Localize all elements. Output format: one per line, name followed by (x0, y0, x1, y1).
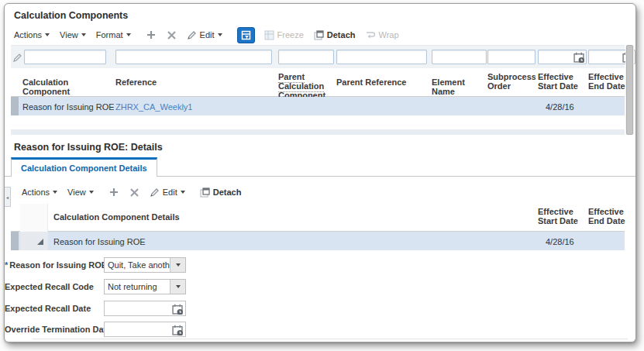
chevron-down-icon (218, 33, 222, 36)
expanded-node-triangle-icon[interactable] (37, 239, 43, 245)
expected-recall-code-label: Expected Recall Code (5, 282, 84, 291)
tab-calculation-component-details[interactable]: Calculation Component Details (11, 157, 157, 177)
filter-input-parent-reference[interactable] (336, 50, 427, 64)
calendar-clock-icon[interactable] (172, 325, 183, 336)
chevron-down-icon (126, 33, 131, 36)
filter-input-subprocessing-order[interactable] (487, 50, 536, 64)
cell-effective-start-date: 4/28/16 (546, 102, 592, 112)
column-header-sortable[interactable]: Reference (115, 77, 270, 87)
add-button[interactable] (108, 187, 119, 198)
expected-recall-date-label: Expected Recall Date (5, 304, 84, 313)
dropdown-button[interactable] (170, 258, 185, 272)
details-table-row-selected[interactable]: Reason for Issuing ROE 4/28/16 (11, 232, 625, 250)
actions-menu[interactable]: Actions (14, 30, 50, 40)
chevron-down-icon (53, 191, 57, 194)
column-header[interactable]: Parent Reference (336, 77, 427, 87)
panel-splitter-handle[interactable]: ◂ (5, 187, 11, 207)
chevron-down-icon (176, 285, 181, 288)
column-header[interactable]: Effective Start Date (538, 207, 587, 225)
add-button[interactable] (146, 29, 157, 40)
horizontal-scrollbar[interactable] (11, 129, 625, 135)
wrap-icon (365, 30, 375, 40)
column-header[interactable]: Effective Start Date (538, 72, 587, 91)
calendar-clock-icon[interactable] (172, 304, 183, 315)
table-header-row: Calculation Component Reference Parent C… (11, 68, 625, 97)
vertical-scrollbar[interactable] (625, 45, 634, 135)
scrollbar-thumb[interactable] (626, 45, 633, 135)
delete-button[interactable] (167, 30, 177, 40)
filter-input-effective-start-date[interactable] (538, 50, 587, 64)
delete-x-icon (129, 188, 139, 198)
expand-column-header (20, 204, 48, 232)
details-tabstrip: Calculation Component Details (5, 157, 635, 177)
add-plus-icon (146, 29, 157, 40)
chevron-down-icon (89, 191, 94, 194)
form-row-reason: *Reason for Issuing ROE Quit, Take anoth… (5, 257, 618, 273)
row-selection-gutter[interactable] (11, 232, 19, 250)
edit-menu[interactable]: Edit (187, 30, 222, 40)
filter-input-element-name[interactable] (432, 50, 487, 64)
table-row-selected[interactable]: Reason for Issuing ROE ZHRX_CA_Weekly1 4… (11, 97, 625, 115)
column-header[interactable]: Calculation Component Details (53, 212, 286, 222)
detach-button[interactable]: Detach (200, 188, 242, 198)
wrap-button: Wrap (365, 30, 398, 40)
dropdown-value: Not returning (105, 280, 170, 294)
cell-detail-name: Reason for Issuing ROE (53, 237, 286, 246)
details-table-header-row: Calculation Component Details Effective … (11, 204, 625, 232)
filter-input-parent-calculation-component[interactable] (278, 50, 334, 64)
override-termination-date-label: Override Termination Date (5, 325, 84, 334)
expected-recall-code-dropdown[interactable]: Not returning (104, 279, 186, 294)
reason-for-issuing-roe-dropdown[interactable]: Quit, Take another job (104, 257, 186, 273)
format-menu[interactable]: Format (96, 30, 131, 40)
required-asterisk: * (5, 260, 8, 270)
detach-button[interactable]: Detach (314, 30, 356, 40)
filter-pencil-icon (13, 53, 22, 62)
dropdown-value: Quit, Take another job (105, 258, 170, 272)
edit-pencil-icon (150, 188, 160, 198)
table-filter-row (11, 45, 625, 68)
details-toolbar: Actions View Edit Detach (22, 184, 251, 201)
view-menu[interactable]: View (67, 188, 94, 197)
filter-input-reference[interactable] (115, 50, 272, 64)
details-section-title: Reason for Issuing ROE: Details (14, 142, 163, 153)
column-header-sortable[interactable]: Parent Calculation Component (278, 72, 336, 100)
reason-for-issuing-roe-label: *Reason for Issuing ROE (5, 260, 84, 270)
query-by-example-icon (241, 30, 251, 40)
collapse-arrow-icon: ◂ (6, 194, 9, 200)
dropdown-button[interactable] (170, 280, 185, 294)
expected-recall-date-field[interactable] (104, 301, 186, 316)
detach-icon (200, 188, 210, 198)
application-window: Calculation Components Actions View Form… (4, 3, 636, 342)
form-row-recall-code: Expected Recall Code Not returning (5, 279, 618, 294)
edit-menu[interactable]: Edit (150, 188, 185, 198)
cell-effective-start-date: 4/28/16 (546, 237, 592, 246)
add-plus-icon (108, 187, 119, 198)
column-header[interactable]: Subprocessing Order (487, 72, 536, 91)
form-row-recall-date: Expected Recall Date (5, 301, 618, 316)
filter-input-calculation-component[interactable] (24, 50, 106, 64)
row-selection-gutter[interactable] (11, 97, 19, 115)
chevron-down-icon (176, 263, 181, 267)
detach-icon (314, 30, 324, 40)
bottom-divider (33, 339, 628, 339)
page-title: Calculation Components (14, 10, 128, 21)
view-menu[interactable]: View (60, 30, 86, 40)
calendar-clock-icon[interactable] (573, 52, 584, 63)
chevron-down-icon (45, 33, 50, 36)
query-by-example-button[interactable] (237, 27, 255, 43)
cell-calculation-component: Reason for Issuing ROE (22, 102, 114, 112)
delete-button[interactable] (129, 188, 139, 198)
override-termination-date-field[interactable] (104, 322, 186, 337)
column-header[interactable]: Effective End Date (588, 207, 635, 225)
chevron-down-icon (181, 191, 185, 194)
freeze-icon (264, 30, 274, 40)
actions-menu[interactable]: Actions (22, 188, 57, 197)
edit-pencil-icon (187, 30, 197, 40)
chevron-down-icon (81, 33, 86, 36)
column-header[interactable]: Element Name (432, 77, 487, 96)
delete-x-icon (167, 30, 177, 40)
expand-cell[interactable] (20, 232, 48, 250)
column-header[interactable]: Calculation Component (22, 77, 112, 96)
freeze-button: Freeze (264, 30, 304, 40)
reference-link[interactable]: ZHRX_CA_Weekly1 (115, 102, 270, 112)
